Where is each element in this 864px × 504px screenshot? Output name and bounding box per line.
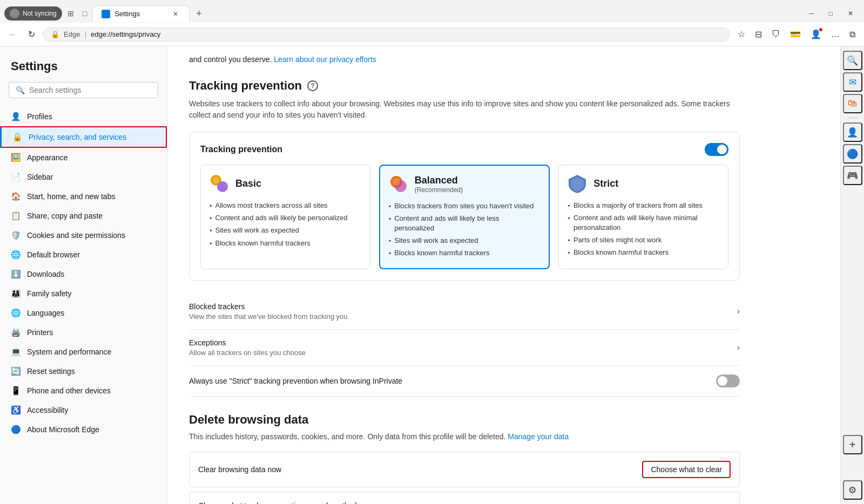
tracking-section: Tracking prevention ? Websites use track… [189,79,740,397]
back-button[interactable]: ← [5,26,21,43]
new-tab-button[interactable]: + [192,6,206,22]
right-sidebar: 🔍 ✉ 🛍 👤 🔵 🎮 + ⚙ [840,46,864,504]
sidebar-item-family-safety[interactable]: 👨‍👩‍👧 Family safety [0,284,167,303]
downloads-icon: ⬇️ [11,269,21,279]
sidebar-item-sidebar[interactable]: 📄 Sidebar [0,167,167,187]
sidebar-item-system-performance[interactable]: 💻 System and performance [0,342,167,362]
exceptions-chevron: › [737,343,740,352]
inprivate-row[interactable]: Always use "Strict" tracking prevention … [189,366,740,397]
svg-point-1 [217,181,228,192]
clear-every-time-row[interactable]: Choose what to clear every time you clos… [189,492,740,504]
sidebar-item-cookies[interactable]: 🛡️ Cookies and site permissions [0,226,167,245]
split-screen-button[interactable]: ⊟ [752,26,765,43]
start-home-icon: 🏠 [11,192,21,201]
right-games-button[interactable]: 🎮 [843,166,862,185]
strict-card-header: Strict [568,174,719,193]
more-button[interactable]: … [828,26,843,43]
search-box[interactable]: 🔍 [9,82,158,98]
clear-now-row: Clear browsing data now Choose what to c… [189,452,740,487]
choose-what-to-clear-button[interactable]: Choose what to clear [642,461,731,478]
profile-nav-button[interactable]: 👤 [807,26,825,43]
address-separator: | [84,30,86,39]
right-edge-button[interactable]: 🔵 [843,144,862,164]
sidebar-item-languages[interactable]: 🌐 Languages [0,303,167,323]
cookies-label: Cookies and site permissions [27,231,125,240]
accessibility-label: Accessibility [27,406,68,414]
right-search-button[interactable]: 🔍 [843,51,862,70]
address-bar[interactable]: 🔒 Edge | edge://settings/privacy [43,28,730,42]
profile-button[interactable]: Not syncing [4,6,62,21]
sidebar-item-accessibility[interactable]: ♿ Accessibility [0,400,167,420]
blocked-trackers-title: Blocked trackers [189,302,347,311]
sidebar-item-downloads[interactable]: ⬇️ Downloads [0,264,167,284]
refresh-button[interactable]: ↻ [25,26,38,43]
search-icon: 🔍 [16,86,25,94]
delete-section: Delete browsing data This includes histo… [189,413,740,504]
blocked-trackers-chevron: › [737,307,740,316]
exceptions-row[interactable]: Exceptions Allow all trackers on sites y… [189,330,740,366]
family-safety-icon: 👨‍👩‍👧 [11,289,21,298]
sidebar-item-share-copy[interactable]: 📋 Share, copy and paste [0,206,167,226]
favorites-button[interactable]: ☆ [734,26,748,43]
balanced-card[interactable]: Balanced (Recommended) Blocks trackers f… [379,165,550,269]
maximize-button[interactable]: □ [822,6,839,21]
privacy-label: Privacy, search, and services [29,133,126,141]
tracking-toggle[interactable] [705,143,728,156]
tab-mute-button[interactable]: □ [79,6,90,21]
about-icon: 🔵 [11,425,21,434]
privacy-learn-link[interactable]: Learn about our privacy efforts [274,55,376,64]
sidebar-item-printers[interactable]: 🖨️ Printers [0,323,167,342]
sidebar-item-default-browser[interactable]: 🌐 Default browser [0,245,167,264]
blocked-trackers-row[interactable]: Blocked trackers View the sites that we'… [189,294,740,330]
right-people-button[interactable]: 👤 [843,122,862,142]
default-browser-label: Default browser [27,250,80,259]
sidebar-item-profiles[interactable]: 👤 Profiles [0,107,167,126]
sidebar-item-reset-settings[interactable]: 🔄 Reset settings [0,362,167,381]
sidebar-item-about[interactable]: 🔵 About Microsoft Edge [0,420,167,439]
sidebar: Settings 🔍 👤 Profiles 🔒 Privacy, search,… [0,46,167,504]
minimize-button[interactable]: ─ [802,6,820,21]
strict-card-icon [568,174,587,193]
basic-card[interactable]: Basic Allows most trackers across all si… [200,165,370,269]
tab-grid-button[interactable]: ⊞ [64,6,77,21]
strict-bullet-2: Content and ads will likely have minimal… [568,212,719,234]
settings-gear-button[interactable]: ⚙ [843,480,862,500]
balanced-bullet-3: Sites will work as expected [389,235,541,247]
inprivate-toggle[interactable] [716,374,740,387]
top-link-text: and control you deserve. [189,55,274,64]
right-add-button[interactable]: + [843,435,862,454]
close-button[interactable]: ✕ [841,6,860,21]
about-label: About Microsoft Edge [27,425,99,434]
right-outlook-button[interactable]: ✉ [843,72,862,92]
reset-settings-label: Reset settings [27,367,75,376]
search-input[interactable] [29,86,151,94]
tab-close-button[interactable]: ✕ [171,9,180,19]
phone-devices-icon: 📱 [11,386,21,396]
manage-data-link[interactable]: Manage your data [508,432,569,441]
collections-button[interactable]: ⛉ [768,26,784,43]
basic-card-header: Basic [210,174,361,193]
appearance-label: Appearance [27,153,68,162]
sidebar-item-phone-devices[interactable]: 📱 Phone and other devices [0,381,167,400]
top-link-area: and control you deserve. Learn about our… [167,46,840,68]
sidebar-item-start-home[interactable]: 🏠 Start, home, and new tabs [0,187,167,206]
sidebar-item-appearance[interactable]: 🖼️ Appearance [0,148,167,167]
tracking-help-icon[interactable]: ? [307,80,318,91]
start-home-label: Start, home, and new tabs [27,192,115,201]
family-safety-label: Family safety [27,289,71,298]
tab-bar: Not syncing ⊞ □ Settings ✕ + ─ □ ✕ [0,0,864,23]
tracking-box: Tracking prevention [189,132,740,281]
balanced-bullet-1: Blocks trackers from sites you haven't v… [389,200,541,213]
sidebar-toggle-button[interactable]: ⧉ [846,26,859,43]
printers-icon: 🖨️ [11,328,21,337]
balanced-card-icon [389,174,408,194]
sidebar-icon: 📄 [11,172,21,182]
right-shopping-button[interactable]: 🛍 [843,94,862,113]
strict-card[interactable]: Strict Blocks a majority of trackers fro… [558,165,728,269]
url-text: edge://settings/privacy [91,30,160,38]
exceptions-subtitle: Allow all trackers on sites you choose [189,349,306,357]
wallet-button[interactable]: 💳 [787,26,804,43]
sidebar-item-privacy[interactable]: 🔒 Privacy, search, and services [0,126,167,148]
settings-tab[interactable]: Settings ✕ [92,5,190,22]
basic-card-icon [210,174,229,193]
